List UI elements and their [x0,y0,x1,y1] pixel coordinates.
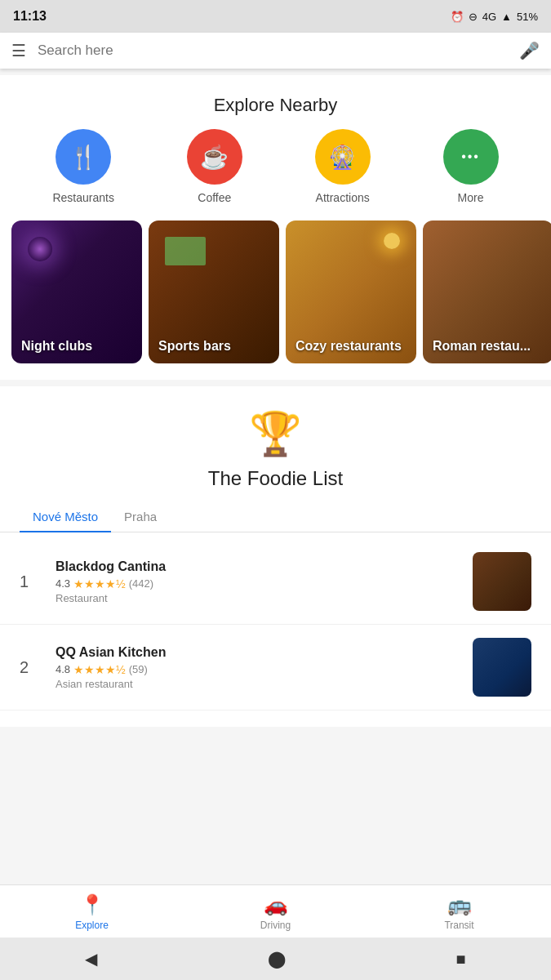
coffee-circle: ☕ [187,129,242,185]
category-more[interactable]: ••• More [443,129,499,204]
stars-1: ★★★★½ [73,577,126,590]
restaurant-thumb-1 [473,552,531,611]
cozy-label: Cozy restaurants [295,339,402,354]
signal-icon: ▲ [501,11,512,23]
roman-label: Roman restau... [433,339,531,354]
dnd-icon: ⊖ [469,11,478,23]
card-roman-restaurants[interactable]: Roman restau... [423,220,551,363]
nav-driving[interactable]: 🚗 Driving [243,893,309,931]
restaurant-thumb-2 [473,638,531,697]
more-icon: ••• [461,149,480,164]
android-nav-bar: ◀ ⬤ ■ [0,938,551,980]
foodie-list-title: The Foodie List [0,467,551,503]
restaurant-name-1: Blackdog Cantina [56,559,473,574]
coffee-icon: ☕ [200,144,229,171]
search-input[interactable] [38,42,511,59]
hamburger-icon[interactable]: ☰ [11,41,26,60]
restaurant-info-1: Blackdog Cantina 4.3 ★★★★½ (442) Restaur… [56,559,473,604]
mic-icon[interactable]: 🎤 [519,41,540,60]
attractions-circle: 🎡 [315,129,371,185]
search-bar-container: ☰ 🎤 [0,33,551,69]
explore-nearby-title: Explore Nearby [0,75,551,129]
foodie-tabs: Nové Město Praha [0,503,551,532]
driving-label: Driving [260,920,291,931]
card-nightclubs[interactable]: Night clubs [11,220,142,363]
transit-icon: 🚌 [447,893,472,916]
restaurant-name-2: QQ Asian Kitchen [56,645,473,660]
thumb-bg-2 [473,638,531,697]
tab-praha[interactable]: Praha [111,503,170,532]
network-label: 4G [482,11,496,23]
sportsbar-decoration [165,237,206,265]
category-coffee[interactable]: ☕ Coffee [187,129,242,204]
android-home-button[interactable]: ⬤ [268,949,286,969]
explore-nearby-section: Explore Nearby 🍴 Restaurants ☕ Coffee 🎡 … [0,75,551,380]
rating-row-2: 4.8 ★★★★½ (59) [56,663,473,676]
category-attractions[interactable]: 🎡 Attractions [315,129,371,204]
status-bar: 11:13 ⏰ ⊖ 4G ▲ 51% [0,0,551,33]
review-count-1: (442) [129,577,153,590]
nightclubs-label: Night clubs [21,339,92,354]
stars-2: ★★★★½ [73,663,126,676]
battery-label: 51% [517,11,538,23]
foodie-list-section: 🏆 The Foodie List Nové Město Praha 1 Bla… [0,386,551,727]
attractions-icon: 🎡 [328,144,357,171]
trophy-icon: 🏆 [249,409,302,459]
category-icons-row: 🍴 Restaurants ☕ Coffee 🎡 Attractions ••• [0,129,551,220]
more-circle: ••• [443,129,499,185]
transit-label: Transit [444,920,473,931]
android-recents-button[interactable]: ■ [456,950,466,969]
card-sportsbars[interactable]: Sports bars [149,220,279,363]
rating-num-2: 4.8 [56,663,70,675]
cozy-decoration [384,233,400,249]
driving-icon: 🚗 [264,893,288,916]
status-time: 11:13 [13,9,47,24]
alarm-icon: ⏰ [451,11,464,23]
more-label: More [458,191,484,204]
thumb-bg-1 [473,552,531,611]
coffee-label: Coffee [198,191,231,204]
restaurants-label: Restaurants [52,191,113,204]
restaurant-item-1[interactable]: 1 Blackdog Cantina 4.3 ★★★★½ (442) Resta… [0,539,551,625]
restaurant-item-2[interactable]: 2 QQ Asian Kitchen 4.8 ★★★★½ (59) Asian … [0,625,551,710]
restaurant-info-2: QQ Asian Kitchen 4.8 ★★★★½ (59) Asian re… [56,645,473,690]
card-cozy-restaurants[interactable]: Cozy restaurants [286,220,416,363]
restaurant-type-1: Restaurant [56,592,473,604]
sportsbars-label: Sports bars [158,339,231,354]
rating-num-1: 4.3 [56,577,70,590]
status-icons: ⏰ ⊖ 4G ▲ 51% [451,11,538,23]
explore-label: Explore [75,920,109,931]
nav-explore[interactable]: 📍 Explore [60,893,125,931]
rank-2: 2 [20,658,42,677]
rating-row-1: 4.3 ★★★★½ (442) [56,577,473,590]
review-count-2: (59) [129,663,148,675]
restaurants-icon: 🍴 [69,144,98,171]
restaurants-circle: 🍴 [56,129,111,185]
place-cards-row: Night clubs Sports bars Cozy restaurants… [0,220,551,380]
bottom-nav: 📍 Explore 🚗 Driving 🚌 Transit [0,884,551,938]
tab-nove-mesto[interactable]: Nové Město [20,503,111,532]
attractions-label: Attractions [316,191,370,204]
android-back-button[interactable]: ◀ [85,949,97,969]
explore-icon: 📍 [80,893,104,916]
category-restaurants[interactable]: 🍴 Restaurants [52,129,113,204]
nightclub-decoration [28,237,52,261]
restaurant-type-2: Asian restaurant [56,678,473,690]
nav-transit[interactable]: 🚌 Transit [427,893,492,931]
trophy-container: 🏆 [0,386,551,467]
rank-1: 1 [20,572,42,591]
